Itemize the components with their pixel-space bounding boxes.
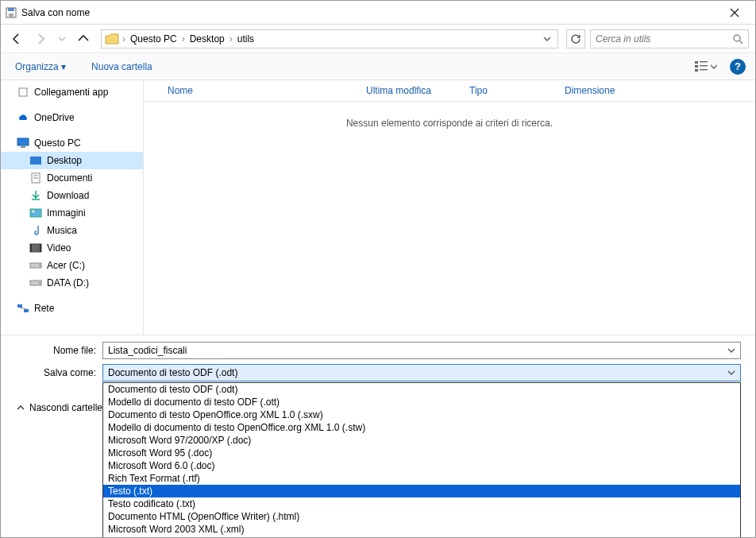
sidebar-item-music[interactable]: Musica <box>1 222 143 239</box>
sidebar-item-label: Download <box>47 190 89 201</box>
svg-point-27 <box>39 265 40 266</box>
saveas-option[interactable]: Testo codificato (.txt) <box>103 497 740 510</box>
filename-input[interactable]: Lista_codici_fiscali <box>102 342 741 359</box>
column-type[interactable]: Tipo <box>469 85 565 96</box>
sidebar-item-video[interactable]: Video <box>1 239 143 257</box>
svg-rect-13 <box>19 88 27 96</box>
svg-point-22 <box>33 211 35 213</box>
sidebar-item-label: Questo PC <box>34 137 81 149</box>
sidebar-item-quick-access[interactable]: Collegamenti app <box>1 83 143 101</box>
help-button[interactable]: ? <box>730 59 746 75</box>
search-icon <box>732 33 743 45</box>
nav-bar: › Questo PC › Desktop › utils <box>1 25 755 53</box>
sidebar-item-label: Video <box>47 242 71 254</box>
svg-rect-25 <box>40 244 41 252</box>
saveas-option[interactable]: Documento di testo OpenOffice.org XML 1.… <box>103 408 740 421</box>
svg-rect-12 <box>700 69 708 70</box>
saveas-option[interactable]: Modello di documento di testo OpenOffice… <box>103 421 740 434</box>
view-options-button[interactable] <box>690 57 722 76</box>
pc-icon <box>17 137 29 149</box>
sidebar-item-pictures[interactable]: Immagini <box>1 204 143 222</box>
empty-message: Nessun elemento corrisponde ai criteri d… <box>346 118 553 335</box>
toolbar: Organizza ▾ Nuova cartella ? <box>1 53 755 80</box>
sidebar-item-onedrive[interactable]: OneDrive <box>1 109 143 126</box>
saveas-label: Salva come: <box>15 367 102 378</box>
saveas-combobox[interactable]: Documento di testo ODF (.odt) Documento … <box>102 364 741 381</box>
sidebar-item-drive-d[interactable]: DATA (D:) <box>1 274 143 292</box>
svg-rect-2 <box>9 14 14 17</box>
cloud-icon <box>17 113 29 122</box>
column-size[interactable]: Dimensione <box>565 85 660 96</box>
sidebar-item-label: Documenti <box>47 172 92 184</box>
sidebar-item-label: Immagini <box>47 207 86 219</box>
svg-rect-24 <box>30 244 32 252</box>
svg-rect-16 <box>30 157 41 164</box>
svg-rect-10 <box>700 65 708 66</box>
svg-point-29 <box>39 282 40 284</box>
sidebar-item-downloads[interactable]: Download <box>1 187 143 204</box>
sidebar-item-desktop[interactable]: Desktop <box>1 152 143 169</box>
hide-folders-label: Nascondi cartelle <box>29 402 102 413</box>
saveas-option[interactable]: Rich Text Format (.rtf) <box>103 472 740 485</box>
download-icon <box>29 190 42 201</box>
saveas-option[interactable]: Testo (.txt) <box>103 485 740 497</box>
new-folder-button[interactable]: Nuova cartella <box>87 58 157 75</box>
svg-rect-31 <box>24 309 29 312</box>
saveas-option[interactable]: Documento HTML (OpenOffice Writer) (.htm… <box>103 510 740 523</box>
save-form: Nome file: Lista_codici_fiscali Salva co… <box>1 335 755 393</box>
saveas-option[interactable]: Microsoft Word 2003 XML (.xml) <box>103 523 740 536</box>
document-icon <box>29 172 42 184</box>
sort-indicator-icon: ⌃ <box>402 85 426 94</box>
saveas-dropdown: Documento di testo ODF (.odt)Modello di … <box>102 382 741 538</box>
link-icon <box>17 87 29 98</box>
svg-line-32 <box>20 308 26 309</box>
svg-rect-14 <box>17 138 29 145</box>
breadcrumb-item[interactable]: Desktop <box>185 33 230 45</box>
desktop-icon <box>29 156 42 165</box>
search-input[interactable] <box>596 33 732 45</box>
close-button[interactable] <box>719 2 750 24</box>
chevron-down-icon[interactable] <box>727 346 735 354</box>
forward-button[interactable] <box>31 31 50 47</box>
drive-icon <box>29 261 42 269</box>
sidebar-item-drive-c[interactable]: Acer (C:) <box>1 257 143 274</box>
refresh-button[interactable] <box>566 29 585 48</box>
back-button[interactable] <box>7 31 26 47</box>
organize-menu[interactable]: Organizza ▾ <box>10 58 71 75</box>
breadcrumb-item[interactable]: utils <box>233 33 259 45</box>
breadcrumb-dropdown[interactable] <box>540 35 554 43</box>
breadcrumb-item[interactable]: Questo PC <box>125 33 182 45</box>
svg-rect-15 <box>21 146 25 148</box>
svg-rect-23 <box>30 244 41 252</box>
svg-line-6 <box>739 41 742 44</box>
saveas-option[interactable]: Documento di testo ODF (.odt) <box>103 383 740 396</box>
sidebar: Collegamenti app OneDrive Questo PC Desk… <box>1 80 144 335</box>
saveas-option[interactable]: Microsoft Word 6.0 (.doc) <box>103 459 740 472</box>
breadcrumb-bar[interactable]: › Questo PC › Desktop › utils <box>101 29 558 48</box>
recent-dropdown[interactable] <box>55 33 69 45</box>
search-box[interactable] <box>590 29 749 48</box>
saveas-option[interactable]: Modello di documento di testo ODF (.ott) <box>103 396 740 408</box>
saveas-option[interactable]: Microsoft Word 97/2000/XP (.doc) <box>103 434 740 447</box>
file-list-body: Nessun elemento corrisponde ai criteri d… <box>144 102 755 335</box>
sidebar-item-label: Collegamenti app <box>34 87 108 98</box>
chevron-down-icon[interactable] <box>727 369 735 377</box>
window-title: Salva con nome <box>21 7 719 18</box>
saveas-option[interactable]: Microsoft Word 95 (.doc) <box>103 447 740 459</box>
column-name[interactable]: Nome <box>144 85 366 96</box>
sidebar-item-label: OneDrive <box>34 112 75 123</box>
svg-rect-1 <box>8 8 14 11</box>
sidebar-item-network[interactable]: Rete <box>1 300 143 317</box>
svg-rect-8 <box>700 61 708 62</box>
sidebar-item-documents[interactable]: Documenti <box>1 169 143 187</box>
sidebar-item-label: Acer (C:) <box>47 260 85 271</box>
filename-value: Lista_codici_fiscali <box>108 345 187 356</box>
drive-icon <box>29 279 42 287</box>
svg-rect-9 <box>695 65 698 68</box>
sidebar-item-this-pc[interactable]: Questo PC <box>1 134 143 152</box>
svg-rect-7 <box>695 61 698 64</box>
video-icon <box>29 243 42 253</box>
up-button[interactable] <box>74 31 93 47</box>
sidebar-item-label: DATA (D:) <box>47 277 89 288</box>
chevron-up-icon <box>17 404 25 412</box>
